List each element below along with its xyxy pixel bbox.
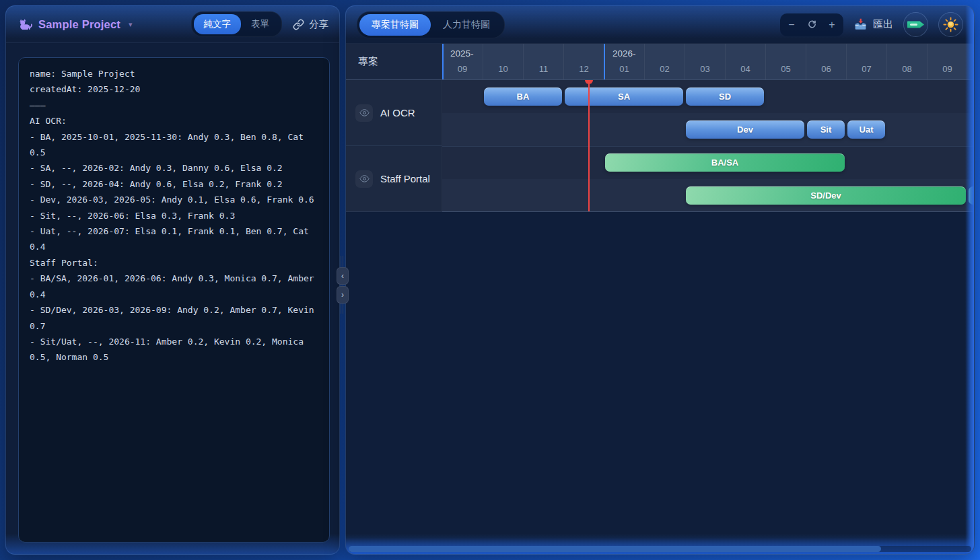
yaml-text-editor[interactable]: name: Sample Project createdAt: 2025-12-… [18,57,330,542]
gantt-chart: 專案 092025-101112012026-0203040506070809 … [346,43,974,212]
month-cell-09: 09 [927,44,967,79]
year-label: 2025- [450,48,474,59]
month-cell-10: 10 [483,44,523,79]
month-cell-07: 07 [846,44,886,79]
year-boundary-line [442,44,444,79]
visibility-toggle-button[interactable] [355,104,373,122]
cat-logo-icon [17,16,33,32]
gantt-bar-uat[interactable]: Uat [847,120,885,139]
gantt-bar-sd-dev[interactable]: SD/Dev [686,186,966,205]
month-cell-08: 08 [886,44,927,79]
month-label: 10 [483,64,523,74]
horizontal-scrollbar-thumb[interactable] [349,546,881,552]
project-separator [442,146,974,147]
gantt-label-column: AI OCRStaff Portal [346,80,442,212]
current-date-line [588,80,590,211]
gantt-body: AI OCRStaff Portal BASASDDevSitUatBA/SAS… [346,80,974,212]
editor-panel: Sample Project ▾ 純文字 表單 分享 name: Sample … [5,5,340,555]
month-cell-12: 12 [563,44,604,79]
project-name: Staff Portal [380,173,430,184]
right-panel-header: 專案甘特圖 人力甘特圖 − + [346,6,974,43]
tab-project-gantt[interactable]: 專案甘特圖 [359,14,431,36]
chevron-down-icon: ▾ [129,20,133,29]
expand-right-button[interactable]: › [337,286,349,304]
month-label: 01 [604,64,644,74]
editor-mode-toggle: 純文字 表單 [191,11,283,37]
project-name: AI OCR [380,107,415,118]
visibility-toggle-button[interactable] [355,170,373,188]
divider-grip[interactable] [341,256,345,314]
gantt-bar-sit-uat[interactable]: Sit/Uat [969,186,974,205]
panel-resize-divider[interactable]: ‹ › [340,5,345,555]
share-button[interactable]: 分享 [293,18,328,31]
horizontal-scrollbar[interactable] [349,546,971,552]
gantt-row-label-staff-portal: Staff Portal [346,146,442,212]
gantt-panel: 專案甘特圖 人力甘特圖 − + [345,5,975,555]
gantt-view-toggle: 專案甘特圖 人力甘特圖 [357,11,505,38]
month-label: 09 [928,64,967,74]
zoom-reset-button[interactable] [802,15,822,35]
month-label: 12 [564,64,604,74]
gantt-bar-ba[interactable]: BA [484,88,562,106]
gantt-row-label-ai-ocr: AI OCR [346,80,442,146]
tab-plain-text[interactable]: 純文字 [194,14,242,34]
gantt-bar-sa[interactable]: SA [565,88,683,106]
gantt-grid: BASASDDevSitUatBA/SASD/DevSit/Uat [442,80,974,212]
gantt-controls: − + 匯出 [780,12,963,37]
month-cell-11: 11 [523,44,563,79]
month-cell-02: 02 [644,44,685,79]
gantt-header-row: 專案 092025-101112012026-0203040506070809 [346,43,974,80]
month-label: 05 [766,64,806,74]
month-cell-05: 05 [765,44,806,79]
zoom-out-button[interactable]: − [781,15,802,35]
link-icon [293,19,304,30]
export-button[interactable]: 匯出 [853,18,893,32]
page-title: Sample Project [38,18,120,31]
month-label: 09 [442,64,483,74]
tab-form[interactable]: 表單 [241,14,279,34]
month-cell-06: 06 [806,44,846,79]
zoom-in-button[interactable]: + [822,15,842,35]
month-label: 07 [847,64,886,74]
rotate-reset-icon [807,20,817,30]
month-label: 02 [645,64,685,74]
month-cell-03: 03 [685,44,725,79]
month-label: 11 [524,64,563,74]
zoom-controls: − + [780,13,843,36]
eye-icon [359,174,370,184]
share-label: 分享 [309,18,328,31]
year-boundary-line [604,44,605,79]
green-tag-icon [907,20,924,29]
theme-toggle-button[interactable] [938,12,963,37]
project-title-menu[interactable]: Sample Project ▾ [17,16,133,32]
gantt-bar-ba-sa[interactable]: BA/SA [605,153,845,172]
collapse-left-button[interactable]: ‹ [337,267,349,285]
month-label: 08 [887,64,927,74]
gantt-month-row: 092025-101112012026-0203040506070809 [442,44,974,80]
tab-staff-gantt[interactable]: 人力甘特圖 [431,14,502,36]
gantt-corner-header: 專案 [346,44,442,80]
month-label: 03 [685,64,725,74]
inbox-export-icon [853,18,868,32]
month-label: 04 [726,64,765,74]
sun-theme-icon [943,17,958,32]
year-label: 2026- [612,48,636,59]
month-cell-2026-01: 012026- [604,44,644,79]
month-cell-04: 04 [725,44,765,79]
left-panel-header: Sample Project ▾ 純文字 表單 分享 [6,6,339,43]
month-cell-2025-09: 092025- [442,44,483,79]
gantt-bar-sd[interactable]: SD [686,88,764,106]
gantt-bar-sit[interactable]: Sit [807,120,845,139]
gantt-bar-dev[interactable]: Dev [686,120,804,139]
month-label: 06 [806,64,846,74]
export-label: 匯出 [873,18,893,31]
eye-icon [359,108,370,118]
tag-button[interactable] [903,12,928,37]
